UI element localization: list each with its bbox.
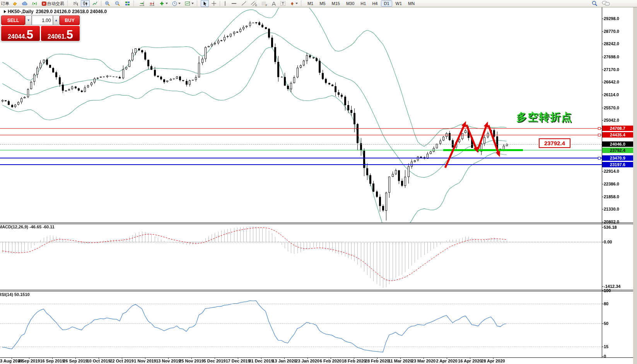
volume-decrease-button[interactable]: ▼ bbox=[25, 15, 32, 25]
auto-scroll-button[interactable] bbox=[137, 0, 147, 7]
chat-bubbles-icon bbox=[602, 0, 610, 7]
rsi-axis-label: 0 bbox=[604, 354, 606, 359]
vertical-line-icon bbox=[223, 1, 227, 6]
chat-button[interactable] bbox=[600, 0, 612, 7]
rsi-axis-label: 80 bbox=[604, 301, 608, 306]
autotrading-button[interactable]: 自动交易 bbox=[40, 0, 66, 7]
main-macd-separator[interactable] bbox=[0, 223, 637, 223]
cursor-icon bbox=[202, 1, 207, 6]
horizontal-level-line[interactable] bbox=[0, 135, 602, 135]
timeframe-button-d1[interactable]: D1 bbox=[381, 0, 392, 7]
date-axis-label: 1 Nov 2019 bbox=[134, 359, 156, 363]
horizontal-level-line[interactable] bbox=[0, 144, 602, 145]
toolbar-separator bbox=[101, 1, 101, 6]
toolbar-grip bbox=[133, 1, 136, 6]
level-drag-handle[interactable] bbox=[598, 127, 601, 130]
vertical-line-button[interactable] bbox=[222, 0, 229, 7]
line-chart-button[interactable] bbox=[91, 0, 99, 7]
text-button[interactable] bbox=[270, 0, 278, 7]
price-axis-tick-label: 27698.0 bbox=[604, 54, 619, 59]
buy-button[interactable]: BUY bbox=[60, 15, 80, 25]
date-axis-label: 10 Oct 2019 bbox=[87, 359, 110, 363]
date-axis-label: 22 Oct 2019 bbox=[110, 359, 133, 363]
trade-panel-toggle-icon[interactable] bbox=[4, 10, 6, 13]
horizontal-level-line[interactable] bbox=[0, 158, 602, 158]
volume-input[interactable]: 1.00 bbox=[32, 15, 53, 25]
horizontal-level-line[interactable] bbox=[0, 128, 602, 129]
level-drag-handle[interactable] bbox=[598, 134, 601, 136]
price-level-callout-box[interactable]: 23792.4 bbox=[539, 138, 570, 148]
buy-price-button[interactable]: 24061.5 bbox=[41, 26, 80, 41]
timeframe-button-m30[interactable]: M30 bbox=[343, 0, 357, 7]
timeframe-button-h1[interactable]: H1 bbox=[358, 0, 369, 7]
rsi-axis-label: 100 bbox=[604, 288, 611, 293]
signal-icon[interactable] bbox=[30, 0, 39, 7]
date-axis-label: 23 Mar 2020 bbox=[412, 359, 435, 363]
market-watch-icon[interactable] bbox=[20, 0, 29, 7]
horizontal-level-line[interactable] bbox=[0, 164, 602, 165]
new-order-icon[interactable] bbox=[10, 0, 19, 7]
macd-rsi-separator[interactable] bbox=[0, 290, 637, 290]
price-axis-chip: 23792.4 bbox=[602, 148, 633, 153]
price-axis-tick-label: 25570.0 bbox=[604, 105, 619, 110]
level-drag-handle[interactable] bbox=[598, 157, 601, 160]
macd-indicator-label: MACD(12,26,9) -46.65 -60.11 bbox=[0, 225, 55, 229]
periods-button[interactable] bbox=[170, 0, 182, 7]
toolbar-grip bbox=[67, 1, 70, 6]
thick-green-segment[interactable] bbox=[443, 149, 523, 151]
timeframe-button-m15[interactable]: M15 bbox=[329, 0, 343, 7]
cloud-icon bbox=[22, 1, 28, 7]
chart-header: HK50-,Daily23629.0 24126.0 23618.0 24046… bbox=[4, 9, 109, 14]
zoom-out-button[interactable] bbox=[113, 0, 122, 7]
date-axis-label: 11 Mar 2020 bbox=[388, 359, 412, 363]
timeframe-button-h4[interactable]: H4 bbox=[369, 0, 380, 7]
search-button[interactable] bbox=[590, 0, 599, 7]
price-axis-chip: 24046.0 bbox=[602, 141, 633, 147]
crosshair-button[interactable] bbox=[210, 0, 218, 7]
date-axis-label: 13 Nov 2019 bbox=[156, 359, 181, 363]
templates-button[interactable] bbox=[183, 0, 195, 7]
buy-price-big-digit: 5 bbox=[67, 30, 73, 40]
macd-axis-label: 536.18 bbox=[604, 225, 617, 230]
tile-windows-button[interactable] bbox=[123, 0, 132, 7]
fibonacci-button[interactable]: F bbox=[260, 0, 269, 7]
new-order-button[interactable]: 订单 bbox=[0, 1, 10, 7]
date-axis-label: 13 Jan 2020 bbox=[272, 359, 296, 363]
trendline-button[interactable] bbox=[239, 0, 248, 7]
cursor-button[interactable] bbox=[201, 0, 209, 7]
rsi-gridline bbox=[0, 304, 602, 304]
zoom-out-icon bbox=[114, 1, 121, 7]
shapes-icon bbox=[290, 1, 295, 6]
price-axis-tick-label: 26642.0 bbox=[604, 80, 619, 84]
trendline-icon bbox=[241, 1, 247, 6]
rsi-gridline bbox=[0, 323, 602, 324]
timeframe-button-m5[interactable]: M5 bbox=[317, 0, 328, 7]
chart-canvas[interactable] bbox=[0, 0, 637, 364]
timeframe-button-w1[interactable]: W1 bbox=[393, 0, 405, 7]
autotrading-label: 自动交易 bbox=[47, 1, 64, 7]
horizontal-line-button[interactable] bbox=[229, 0, 239, 7]
price-axis-tick-label: 29298.0 bbox=[604, 16, 619, 21]
toolbar-right bbox=[589, 0, 612, 7]
chart-shift-button[interactable] bbox=[147, 0, 157, 7]
window-edge-strip bbox=[633, 0, 637, 364]
zoom-in-button[interactable] bbox=[103, 0, 112, 7]
timeframe-button-m1[interactable]: M1 bbox=[305, 0, 316, 7]
macd-axis-label: 0.00 bbox=[604, 240, 612, 244]
shapes-button[interactable] bbox=[288, 0, 299, 7]
indicators-button[interactable] bbox=[157, 0, 169, 7]
channel-button[interactable]: E bbox=[249, 0, 259, 7]
toolbar-grip bbox=[301, 1, 303, 6]
date-axis-label: 17 Dec 2019 bbox=[226, 359, 250, 363]
sell-button[interactable]: SELL bbox=[1, 15, 25, 25]
bar-chart-button[interactable] bbox=[71, 0, 80, 7]
chart-symbol-period: HK50-,Daily bbox=[8, 9, 34, 14]
label-button[interactable] bbox=[278, 0, 287, 7]
candlestick-chart-button[interactable] bbox=[81, 0, 90, 7]
volume-increase-button[interactable]: ▲ bbox=[53, 15, 60, 25]
bar-chart-icon bbox=[73, 1, 79, 6]
date-axis-label: 6 Feb 2020 bbox=[320, 359, 342, 363]
sell-price-button[interactable]: 24044.5 bbox=[1, 26, 40, 41]
timeframe-button-mn[interactable]: MN bbox=[405, 0, 417, 7]
chart-ohlc-values: 23629.0 24126.0 23618.0 24046.0 bbox=[36, 9, 107, 14]
